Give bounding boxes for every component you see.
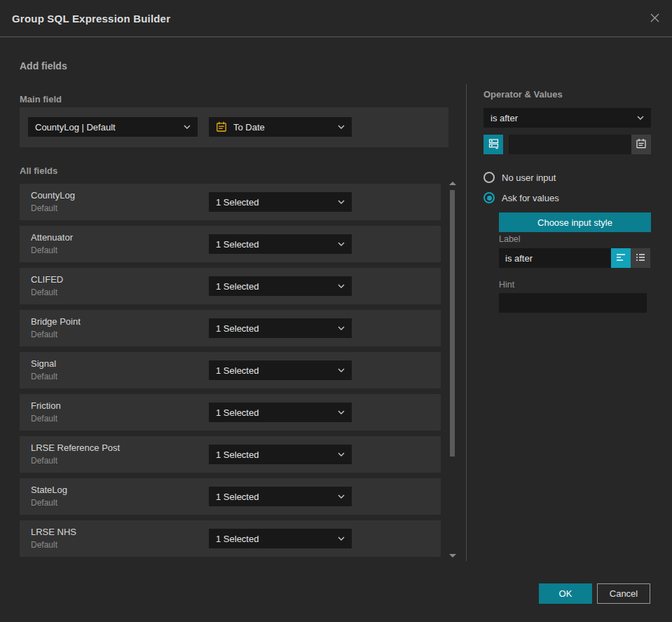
field-selection-value: 1 Selected: [216, 197, 334, 208]
field-row: LRSE NHS Default 1 Selected: [20, 520, 441, 557]
field-row: StateLog Default 1 Selected: [20, 478, 441, 515]
value-input[interactable]: [509, 135, 631, 154]
field-selection-select[interactable]: 1 Selected: [209, 192, 352, 212]
field-subtitle: Default: [31, 498, 57, 508]
field-name: CountyLog: [31, 190, 75, 201]
chevron-down-icon: [338, 452, 345, 457]
field-selection-select[interactable]: 1 Selected: [209, 445, 352, 464]
chevron-down-icon: [184, 125, 191, 129]
main-field-select-value: CountyLog | Default: [35, 122, 179, 133]
list-input-style-toggle[interactable]: [631, 248, 650, 268]
stacked-values-icon: [488, 137, 500, 151]
field-name: Signal: [31, 358, 56, 369]
date-type-select-value: To Date: [233, 122, 334, 133]
field-row: Friction Default 1 Selected: [20, 394, 441, 431]
field-row: LRSE Reference Post Default 1 Selected: [20, 436, 441, 473]
main-field-select[interactable]: CountyLog | Default: [28, 117, 198, 137]
radio-label: Ask for values: [502, 193, 559, 203]
dialog-header: Group SQL Expression Builder: [0, 0, 672, 37]
field-name: CLIFED: [31, 274, 63, 285]
radio-circle: [484, 172, 495, 183]
label-input[interactable]: [499, 248, 611, 268]
field-row: CLIFED Default 1 Selected: [20, 268, 441, 304]
choose-input-style-button[interactable]: Choose input style: [499, 212, 651, 232]
chevron-down-icon: [338, 536, 345, 541]
field-row: Bridge Point Default 1 Selected: [20, 310, 441, 346]
field-selection-value: 1 Selected: [216, 407, 334, 418]
field-name: Friction: [31, 400, 61, 411]
chevron-down-icon: [338, 242, 345, 246]
field-selection-value: 1 Selected: [216, 281, 334, 292]
panel-divider: [466, 84, 467, 561]
group-sql-expression-builder-dialog: Group SQL Expression Builder Add fields …: [0, 0, 672, 622]
chevron-down-icon: [338, 368, 345, 372]
close-button[interactable]: [647, 11, 662, 27]
chevron-down-icon: [338, 125, 345, 129]
hint-field-label: Hint: [499, 280, 514, 290]
calendar-icon: [636, 138, 647, 151]
add-fields-heading: Add fields: [20, 60, 67, 72]
radio-no-user-input[interactable]: No user input: [484, 172, 556, 183]
field-subtitle: Default: [31, 540, 57, 550]
field-selection-value: 1 Selected: [216, 365, 334, 376]
field-selection-value: 1 Selected: [216, 449, 334, 460]
single-input-style-toggle[interactable]: [611, 248, 631, 268]
unique-values-button[interactable]: [484, 135, 503, 154]
hint-input[interactable]: [499, 293, 647, 313]
chevron-down-icon: [338, 284, 345, 288]
field-subtitle: Default: [31, 372, 57, 381]
calendar-icon: [216, 121, 227, 133]
scrollbar-thumb[interactable]: [450, 190, 455, 457]
field-selection-select[interactable]: 1 Selected: [209, 487, 352, 506]
field-selection-select[interactable]: 1 Selected: [209, 234, 352, 254]
chevron-down-icon: [637, 116, 644, 120]
operator-select-value: is after: [491, 113, 633, 123]
chevron-down-icon: [338, 494, 345, 499]
field-subtitle: Default: [31, 288, 57, 297]
chevron-down-icon: [338, 200, 345, 204]
field-selection-select[interactable]: 1 Selected: [209, 318, 352, 338]
field-row: CountyLog Default 1 Selected: [20, 184, 441, 220]
chevron-down-icon: [338, 410, 345, 414]
date-type-select[interactable]: To Date: [209, 117, 352, 137]
field-selection-select[interactable]: 1 Selected: [209, 403, 352, 422]
field-selection-select[interactable]: 1 Selected: [209, 529, 352, 548]
dialog-title: Group SQL Expression Builder: [12, 0, 170, 37]
field-selection-value: 1 Selected: [216, 239, 334, 250]
field-name: Bridge Point: [31, 316, 81, 327]
radio-ask-for-values[interactable]: Ask for values: [484, 192, 559, 203]
scrollbar-up-arrow[interactable]: [449, 182, 456, 185]
field-name: Attenuator: [31, 232, 73, 243]
field-selection-value: 1 Selected: [216, 323, 334, 334]
field-subtitle: Default: [31, 203, 57, 213]
field-subtitle: Default: [31, 245, 57, 255]
label-field-label: Label: [499, 234, 521, 244]
field-selection-select[interactable]: 1 Selected: [209, 276, 352, 296]
main-field-panel: CountyLog | Default To Date: [20, 107, 448, 147]
close-icon: [650, 13, 660, 25]
field-row: Attenuator Default 1 Selected: [20, 226, 441, 262]
operator-select[interactable]: is after: [484, 108, 651, 128]
all-fields-label: All fields: [20, 165, 57, 176]
field-subtitle: Default: [31, 330, 57, 339]
field-subtitle: Default: [31, 414, 57, 424]
main-field-label: Main field: [20, 94, 62, 104]
chevron-down-icon: [338, 326, 345, 330]
field-selection-value: 1 Selected: [216, 492, 334, 502]
field-selection-select[interactable]: 1 Selected: [209, 360, 352, 380]
date-picker-button[interactable]: [631, 135, 651, 154]
operator-values-heading: Operator & Values: [484, 89, 563, 100]
field-row: Signal Default 1 Selected: [20, 352, 441, 388]
field-subtitle: Default: [31, 456, 57, 466]
field-name: LRSE Reference Post: [31, 442, 120, 453]
bulleted-list-icon: [635, 252, 646, 265]
field-name: LRSE NHS: [31, 527, 76, 537]
align-left-lines-icon: [615, 252, 626, 265]
field-name: StateLog: [31, 485, 67, 495]
radio-label: No user input: [502, 173, 556, 183]
field-selection-value: 1 Selected: [216, 534, 334, 544]
scrollbar-down-arrow[interactable]: [449, 554, 456, 557]
cancel-button[interactable]: Cancel: [597, 583, 650, 604]
radio-circle: [484, 192, 495, 203]
ok-button[interactable]: OK: [539, 583, 592, 604]
